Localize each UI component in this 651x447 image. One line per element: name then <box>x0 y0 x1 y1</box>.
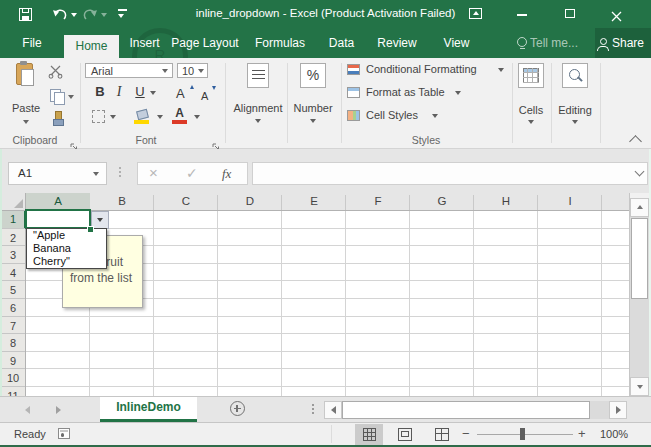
vertical-scrollbar[interactable] <box>629 193 649 396</box>
formula-input[interactable] <box>252 162 648 185</box>
row-header-8[interactable]: 8 <box>2 337 24 349</box>
close-button[interactable] <box>611 8 622 26</box>
ribbon-display-options-icon[interactable] <box>469 8 482 19</box>
font-name-dropdown-icon[interactable] <box>162 69 168 73</box>
share-button[interactable]: Share <box>612 28 644 58</box>
font-size-dropdown-icon[interactable] <box>198 69 204 73</box>
zoom-slider-thumb[interactable] <box>520 428 525 440</box>
font-color-dropdown-icon[interactable] <box>194 115 200 119</box>
cut-icon[interactable] <box>48 65 63 83</box>
cell-styles-icon <box>347 110 360 121</box>
column-header-e[interactable]: E <box>282 195 346 207</box>
enter-button[interactable]: ✓ <box>186 165 198 181</box>
insert-function-button[interactable]: fx <box>222 166 231 182</box>
editing-button[interactable]: Editing <box>548 58 602 128</box>
name-box-dropdown-icon[interactable] <box>93 172 99 176</box>
bold-button[interactable]: B <box>93 84 107 102</box>
font-size-combo[interactable]: 10 <box>177 63 208 78</box>
tab-page-layout[interactable]: Page Layout <box>168 28 242 58</box>
row-header-10[interactable]: 10 <box>2 372 24 384</box>
minimize-button[interactable] <box>517 14 527 16</box>
row-header-6[interactable]: 6 <box>2 302 24 314</box>
copy-dropdown-icon[interactable] <box>68 95 74 99</box>
paste-label: Paste <box>6 102 46 114</box>
column-header-c[interactable]: C <box>154 195 218 207</box>
scroll-up-button[interactable] <box>630 198 649 217</box>
view-page-layout-button[interactable] <box>398 428 412 441</box>
formula-bar-grip[interactable] <box>119 167 121 169</box>
tab-file[interactable]: File <box>8 28 56 58</box>
row-header-1-selected[interactable]: 1 <box>2 211 26 229</box>
scroll-right-button[interactable] <box>609 401 627 419</box>
tab-home[interactable]: Home <box>64 35 119 58</box>
column-header-a-selected[interactable]: A <box>26 193 90 211</box>
copy-icon[interactable] <box>50 89 66 104</box>
tab-data[interactable]: Data <box>318 28 365 58</box>
row-header-2[interactable]: 2 <box>2 232 24 244</box>
format-as-table-button[interactable]: Format as Table <box>345 86 510 102</box>
row-header-5[interactable]: 5 <box>2 284 24 296</box>
sheet-tab-inlinedemo[interactable]: InlineDemo <box>100 397 197 422</box>
zoom-in-button[interactable]: + <box>578 426 586 441</box>
dropdown-item-cherry[interactable]: Cherry" <box>27 255 106 268</box>
paste-button[interactable]: Paste <box>6 60 46 130</box>
row-header-4[interactable]: 4 <box>2 267 24 279</box>
format-painter-icon[interactable] <box>51 111 65 125</box>
fill-color-dropdown-icon[interactable] <box>157 115 163 119</box>
column-header-d[interactable]: D <box>218 195 282 207</box>
maximize-button[interactable] <box>565 9 575 18</box>
cancel-button[interactable]: × <box>149 164 158 181</box>
borders-icon[interactable] <box>92 110 105 123</box>
italic-button[interactable]: I <box>113 84 125 102</box>
number-button[interactable]: % Number <box>284 58 342 128</box>
zoom-slider-track[interactable] <box>477 434 573 435</box>
column-header-i[interactable]: I <box>538 195 602 207</box>
sheet-nav-left-icon[interactable] <box>25 406 30 414</box>
row-header-3[interactable]: 3 <box>2 249 24 261</box>
sheet-nav-right-icon[interactable] <box>56 406 61 414</box>
vertical-scroll-thumb[interactable] <box>631 218 648 299</box>
dropdown-item-apple[interactable]: "Apple <box>27 229 106 242</box>
dropdown-item-banana[interactable]: Banana <box>27 242 106 255</box>
selected-cell-a1[interactable] <box>25 209 91 229</box>
row-header-7[interactable]: 7 <box>2 320 24 332</box>
view-page-break-button[interactable] <box>435 428 449 441</box>
view-normal-button[interactable] <box>355 424 383 445</box>
underline-dropdown-icon[interactable] <box>150 91 156 95</box>
conditional-formatting-button[interactable]: Conditional Formatting <box>345 63 510 79</box>
column-header-b[interactable]: B <box>90 195 154 207</box>
zoom-level[interactable]: 100% <box>600 428 628 440</box>
tab-bar-grip[interactable] <box>312 404 314 406</box>
collapse-ribbon-icon[interactable] <box>629 135 642 148</box>
shrink-font-button[interactable]: A <box>201 86 219 104</box>
column-header-f[interactable]: F <box>346 195 410 207</box>
tab-tell-me[interactable]: Tell me... <box>530 28 578 58</box>
grow-font-button[interactable]: A <box>176 84 194 102</box>
borders-dropdown-icon[interactable] <box>110 115 116 119</box>
macro-record-icon[interactable] <box>58 428 70 439</box>
tell-me-bulb-icon[interactable] <box>517 37 527 47</box>
fill-color-icon[interactable] <box>134 108 154 126</box>
font-name-combo[interactable]: Arial <box>85 63 173 78</box>
alignment-button[interactable]: Alignment <box>224 58 292 128</box>
cell-styles-button[interactable]: Cell Styles <box>345 109 510 125</box>
select-all-corner[interactable] <box>2 193 26 211</box>
column-header-g[interactable]: G <box>410 195 474 207</box>
horizontal-scrollbar[interactable] <box>324 401 627 419</box>
font-color-icon[interactable]: A <box>172 106 190 126</box>
tab-formulas[interactable]: Formulas <box>246 28 314 58</box>
tab-review[interactable]: Review <box>369 28 425 58</box>
font-group-label: Font <box>111 134 181 146</box>
fill-handle[interactable] <box>87 226 94 233</box>
zoom-out-button[interactable]: − <box>462 426 470 441</box>
underline-button[interactable]: U <box>134 84 146 102</box>
horizontal-scroll-thumb[interactable] <box>342 401 590 419</box>
column-header-h[interactable]: H <box>474 195 538 207</box>
tab-insert[interactable]: Insert <box>122 28 167 58</box>
name-box[interactable]: A1 <box>8 162 107 185</box>
scroll-down-button[interactable] <box>630 377 649 396</box>
new-sheet-button[interactable] <box>230 401 245 416</box>
row-header-9[interactable]: 9 <box>2 355 24 367</box>
scroll-left-button[interactable] <box>324 401 342 419</box>
tab-view[interactable]: View <box>431 28 482 58</box>
